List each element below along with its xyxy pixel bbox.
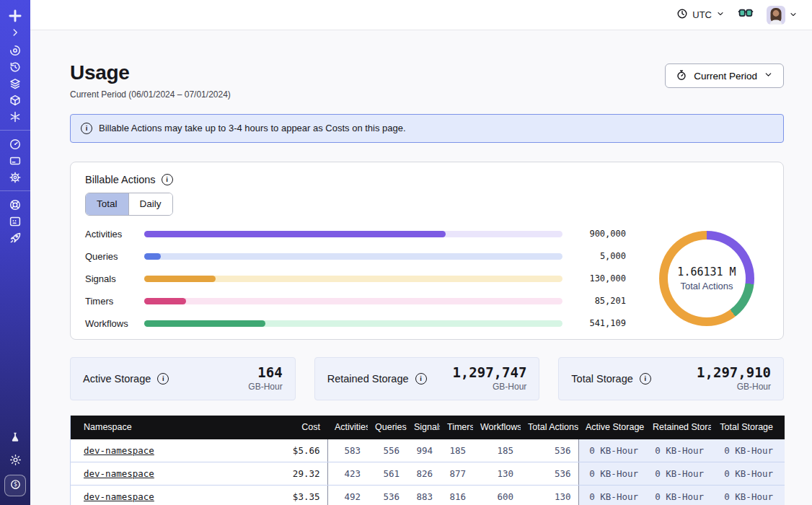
sidebar-item-dev-tools[interactable] <box>0 213 30 229</box>
bar-value: 5,000 <box>573 251 626 261</box>
sidebar-item-billing[interactable] <box>0 152 30 169</box>
topbar: UTC <box>30 0 812 30</box>
donut-total-label: Total Actions <box>677 281 736 291</box>
chevron-down-icon <box>789 9 798 22</box>
active-storage-unit: GB-Hour <box>248 382 282 392</box>
rocket-icon <box>9 232 22 245</box>
col-activities: Activities <box>327 416 368 439</box>
sidebar-item-costs[interactable]: $ <box>4 475 26 496</box>
sidebar-item-support[interactable] <box>0 196 30 213</box>
sidebar-item-workflows[interactable] <box>0 92 30 108</box>
active-storage-value: 164 <box>248 365 282 381</box>
bar-row-workflows: Workflows 541,109 <box>85 318 626 329</box>
clock-icon <box>676 8 688 22</box>
namespace-link[interactable]: dev-namespace <box>84 445 154 456</box>
sidebar-item-settings[interactable] <box>0 169 30 185</box>
total-storage-unit: GB-Hour <box>697 382 771 392</box>
account-menu[interactable] <box>767 6 798 25</box>
tab-daily[interactable]: Daily <box>128 193 172 215</box>
settings-gear-icon <box>9 171 22 184</box>
col-signals: Signals <box>407 416 440 439</box>
col-retained-storage: Retained Storage <box>645 416 711 439</box>
asterisk-icon <box>9 110 22 123</box>
bar-row-activities: Activities 900,000 <box>85 229 626 240</box>
stopwatch-icon <box>676 69 687 83</box>
sidebar-item-theme-toggle[interactable] <box>0 452 30 468</box>
donut-total-value: 1.66131 M <box>677 265 736 278</box>
retained-storage-card: Retained Storage i 1,297,747 GB-Hour <box>314 357 540 400</box>
info-icon[interactable]: i <box>157 373 169 385</box>
svg-text:$: $ <box>13 481 17 488</box>
sidebar-item-labs[interactable] <box>0 429 30 445</box>
col-total-storage: Total Storage <box>711 416 785 439</box>
bar-track <box>144 298 562 304</box>
info-icon[interactable]: i <box>640 373 651 385</box>
sidebar-item-history[interactable] <box>0 58 30 75</box>
bar-label: Queries <box>85 251 134 262</box>
usage-gauge-icon <box>9 138 22 151</box>
info-icon[interactable]: i <box>162 174 173 185</box>
namespace-link[interactable]: dev-namespace <box>84 468 154 479</box>
bar-row-queries: Queries 5,000 <box>85 251 626 262</box>
total-storage-label: Total Storage <box>571 373 632 385</box>
sidebar-item-nexus[interactable] <box>0 108 30 125</box>
bar-fill <box>144 298 186 304</box>
chevron-down-icon <box>716 9 725 20</box>
sidebar-item-deployments[interactable] <box>0 75 30 92</box>
total-storage-card: Total Storage i 1,297,910 GB-Hour <box>558 357 784 400</box>
sidebar-expand-button[interactable] <box>0 24 30 40</box>
timezone-selector[interactable]: UTC <box>676 8 725 22</box>
dollar-coin-icon: $ <box>9 478 22 493</box>
active-storage-label: Active Storage <box>83 373 151 385</box>
bar-label: Timers <box>85 296 134 307</box>
feedback-button[interactable] <box>738 8 754 22</box>
billable-actions-title: Billable Actions <box>85 174 156 185</box>
bar-label: Activities <box>85 229 134 240</box>
bar-row-signals: Signals 130,000 <box>85 273 626 284</box>
billable-actions-tabs: Total Daily <box>85 193 173 216</box>
col-workflows: Workflows <box>473 416 521 439</box>
sidebar: $ <box>0 0 30 505</box>
table-header-row: Namespace Cost Activities Queries Signal… <box>71 416 785 439</box>
sidebar-divider <box>0 130 30 131</box>
retained-storage-unit: GB-Hour <box>452 382 526 392</box>
sidebar-item-usage[interactable] <box>0 136 30 152</box>
total-storage-value: 1,297,910 <box>697 365 771 381</box>
retained-storage-label: Retained Storage <box>327 373 409 385</box>
flask-icon <box>9 431 21 443</box>
glasses-icon <box>738 9 754 21</box>
namespace-link[interactable]: dev-namespace <box>84 491 154 502</box>
total-actions-donut: 1.66131 M Total Actions <box>659 231 754 326</box>
billing-card-icon <box>9 154 22 167</box>
timezone-label: UTC <box>692 9 712 20</box>
namespaces-icon <box>9 44 22 57</box>
period-selector-label: Current Period <box>694 71 757 82</box>
sidebar-item-getting-started[interactable] <box>0 229 30 246</box>
bar-value: 130,000 <box>573 273 626 284</box>
billable-actions-card: Billable Actions i Total Daily Activitie… <box>70 162 784 340</box>
billable-actions-chart: Activities 900,000 Queries 5,000 Signals… <box>85 229 769 329</box>
bar-track <box>144 253 562 260</box>
info-icon[interactable]: i <box>415 373 427 385</box>
col-cost: Cost <box>265 416 327 439</box>
bar-fill <box>144 276 216 282</box>
terminal-icon <box>9 215 22 228</box>
bar-label: Workflows <box>85 318 134 329</box>
bar-row-timers: Timers 85,201 <box>85 296 626 307</box>
storage-summary-row: Active Storage i 164 GB-Hour Retained St… <box>70 357 784 400</box>
tab-total[interactable]: Total <box>86 193 128 215</box>
info-icon: i <box>81 123 92 134</box>
layers-icon <box>9 77 22 90</box>
bar-track <box>144 231 562 237</box>
sidebar-item-namespaces[interactable] <box>0 42 30 58</box>
cube-icon <box>9 94 22 107</box>
sidebar-item-home[interactable] <box>0 7 30 24</box>
retained-storage-value: 1,297,747 <box>452 365 526 381</box>
period-selector-button[interactable]: Current Period <box>665 63 784 88</box>
table-row: dev-namespace $3.35 492 536 883 816 600 … <box>71 485 785 505</box>
page-subtitle: Current Period (06/01/2024 – 07/01/2024) <box>70 89 231 100</box>
col-queries: Queries <box>368 416 407 439</box>
info-banner-text: Billable Actions may take up to 3-4 hour… <box>99 123 406 133</box>
namespace-usage-table: Namespace Cost Activities Queries Signal… <box>70 416 784 505</box>
active-storage-card: Active Storage i 164 GB-Hour <box>70 357 296 400</box>
